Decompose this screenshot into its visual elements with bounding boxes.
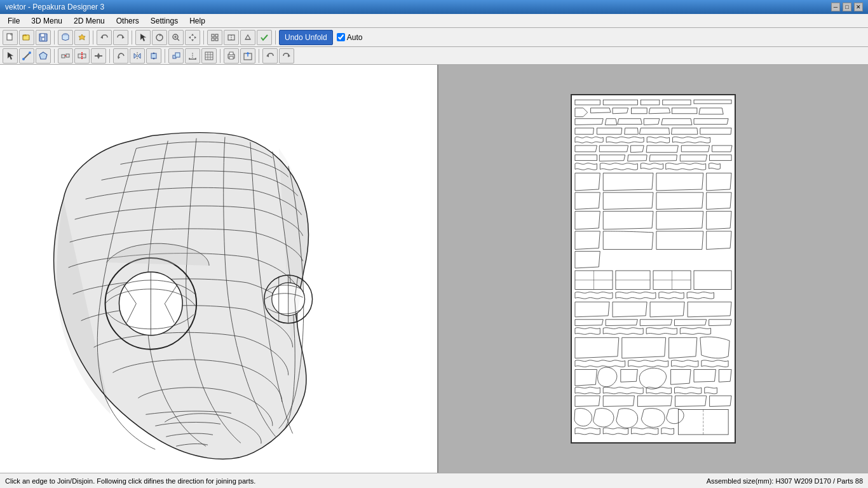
menu-others[interactable]: Others (111, 15, 144, 27)
paper-pieces (572, 95, 735, 442)
minimize-button[interactable]: ─ (831, 3, 840, 11)
svg-point-31 (29, 51, 31, 54)
close-button[interactable]: ✕ (854, 3, 863, 11)
fold-button[interactable] (224, 30, 239, 45)
svg-marker-41 (118, 57, 120, 59)
undo-unfold-button[interactable]: Undo Unfold (279, 30, 333, 45)
svg-rect-22 (215, 34, 218, 37)
maximize-button[interactable]: □ (843, 3, 851, 11)
svg-marker-28 (8, 52, 13, 60)
title-bar: vektor - Pepakura Designer 3 ─ □ ✕ (0, 0, 868, 14)
svg-rect-60 (229, 52, 233, 55)
auto-checkbox-area[interactable]: Auto (334, 33, 365, 42)
window-controls: ─ □ ✕ (831, 3, 863, 11)
main-area (0, 65, 868, 473)
join-button[interactable] (58, 48, 73, 64)
svg-rect-1 (11, 34, 12, 35)
separator4 (203, 30, 204, 44)
move-piece-button[interactable] (146, 48, 161, 64)
split-button[interactable] (74, 48, 90, 64)
separator2 (93, 30, 93, 44)
svg-marker-42 (134, 53, 137, 58)
separator1 (54, 30, 55, 44)
save-button[interactable] (36, 30, 51, 45)
svg-rect-5 (41, 34, 44, 37)
svg-rect-61 (229, 57, 233, 59)
svg-marker-19 (189, 36, 191, 39)
flatten-button[interactable] (91, 48, 106, 64)
svg-rect-6 (42, 37, 44, 41)
select-button[interactable] (3, 48, 18, 64)
status-right: Assembled size(mm): H307 W209 D170 / Par… (707, 477, 863, 485)
svg-rect-34 (66, 54, 69, 57)
svg-line-35 (65, 55, 66, 56)
svg-marker-20 (194, 36, 196, 39)
svg-rect-49 (175, 53, 180, 57)
toolbar2-sep3 (165, 49, 165, 63)
svg-rect-21 (212, 34, 214, 37)
zoom-button[interactable] (168, 30, 184, 45)
svg-marker-43 (138, 53, 140, 58)
auto-label: Auto (347, 33, 363, 42)
svg-rect-23 (212, 38, 214, 41)
svg-point-30 (22, 58, 25, 60)
flip-button[interactable] (130, 48, 145, 64)
svg-rect-24 (215, 38, 218, 41)
svg-line-29 (24, 53, 30, 59)
status-left: Click an edge to Join/Disjoin. Following… (5, 477, 255, 485)
toolbar1: Undo Unfold Auto (0, 28, 868, 47)
svg-marker-17 (191, 34, 194, 36)
grid-button[interactable] (201, 48, 217, 64)
3d-view[interactable] (0, 65, 438, 473)
scale-button[interactable] (168, 48, 184, 64)
rotate-piece-button[interactable] (113, 48, 128, 64)
print-button[interactable] (224, 48, 239, 64)
redo-button[interactable] (113, 30, 128, 45)
toolbar2-sep4 (220, 49, 220, 63)
edge-select-button[interactable] (19, 48, 34, 64)
window-title: vektor - Pepakura Designer 3 (5, 3, 104, 11)
svg-rect-54 (205, 52, 213, 60)
svg-marker-40 (97, 57, 100, 59)
3d-model (0, 65, 437, 473)
open-button[interactable] (19, 30, 34, 45)
svg-rect-45 (151, 53, 156, 58)
menu-bar: File 3D Menu 2D Menu Others Settings Hel… (0, 14, 868, 28)
svg-marker-8 (79, 34, 85, 40)
dimension-button[interactable] (185, 48, 200, 64)
status-bar: Click an edge to Join/Disjoin. Following… (0, 473, 868, 488)
svg-marker-32 (39, 52, 47, 59)
menu-settings[interactable]: Settings (146, 15, 183, 27)
separator5 (275, 30, 276, 44)
menu-2d[interactable]: 2D Menu (69, 15, 110, 27)
toolbar2 (0, 47, 868, 65)
toolbar2-sep1 (54, 49, 55, 63)
svg-marker-18 (191, 39, 194, 41)
undo-button[interactable] (97, 30, 112, 45)
3d-open-button[interactable] (58, 30, 73, 45)
separator3 (132, 30, 132, 44)
svg-rect-33 (62, 55, 65, 58)
svg-line-14 (177, 39, 179, 41)
export-button[interactable] (240, 48, 255, 64)
auto-checkbox[interactable] (337, 33, 345, 41)
undo2-button[interactable] (262, 48, 278, 64)
move-button[interactable] (185, 30, 200, 45)
check-button[interactable] (257, 30, 272, 45)
paper-sheet (571, 94, 736, 444)
rotate-button[interactable] (152, 30, 167, 45)
cursor-button[interactable] (135, 30, 151, 45)
unfold-button[interactable] (240, 30, 255, 45)
new-button[interactable] (3, 30, 18, 45)
menu-help[interactable]: Help (184, 15, 210, 27)
snap-button[interactable] (207, 30, 222, 45)
menu-file[interactable]: File (3, 15, 25, 27)
model-settings-button[interactable] (74, 30, 90, 45)
2d-view[interactable] (438, 65, 868, 473)
toolbar2-sep5 (259, 49, 259, 63)
face-select-button[interactable] (36, 48, 51, 64)
svg-marker-39 (97, 53, 100, 55)
redo2-button[interactable] (279, 48, 294, 64)
menu-3d[interactable]: 3D Menu (26, 15, 67, 27)
svg-marker-11 (140, 34, 146, 41)
